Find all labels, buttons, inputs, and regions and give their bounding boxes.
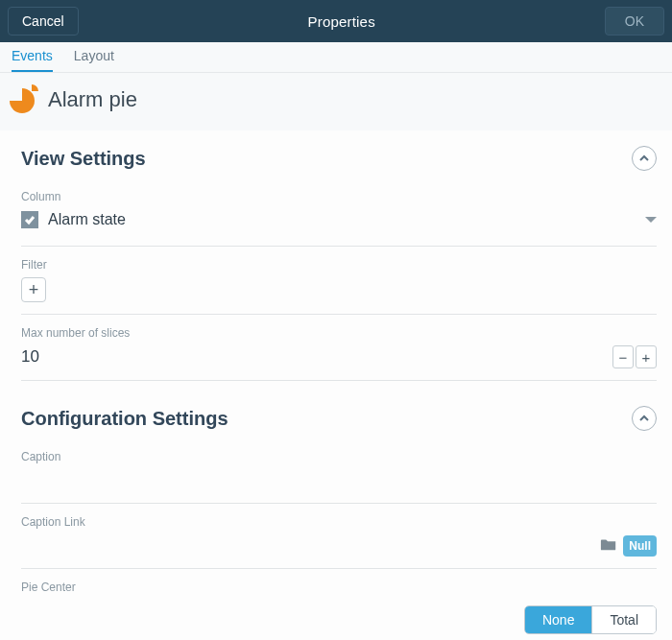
collapse-config-settings[interactable]: [632, 406, 657, 431]
field-caption: Caption: [21, 446, 657, 504]
caption-input[interactable]: [21, 469, 657, 491]
properties-scroll[interactable]: View Settings Column Alarm state Filter …: [0, 130, 672, 640]
section-config-settings: Configuration Settings: [21, 389, 657, 446]
checkbox-icon: [21, 211, 38, 228]
cancel-button[interactable]: Cancel: [8, 7, 79, 36]
section-title: Configuration Settings: [21, 408, 228, 430]
pie-center-none[interactable]: None: [525, 606, 591, 633]
field-caption-link: Caption Link Null: [21, 511, 657, 569]
field-filter: Filter +: [21, 254, 657, 315]
null-button[interactable]: Null: [623, 535, 657, 557]
section-view-settings: View Settings: [21, 140, 657, 186]
ok-button[interactable]: OK: [605, 7, 664, 36]
chevron-down-icon: [645, 217, 657, 223]
collapse-view-settings[interactable]: [632, 146, 657, 171]
add-filter-button[interactable]: +: [21, 277, 46, 302]
caption-link-label: Caption Link: [21, 515, 657, 529]
widget-header: Alarm pie: [0, 73, 672, 130]
section-title: View Settings: [21, 148, 146, 170]
column-value: Alarm state: [48, 211, 636, 228]
folder-icon[interactable]: [600, 536, 617, 556]
pie-center-label: Pie Center: [21, 581, 657, 594]
filter-label: Filter: [21, 258, 657, 272]
chevron-up-icon: [638, 413, 650, 424]
column-select[interactable]: Alarm state: [21, 209, 657, 234]
column-label: Column: [21, 190, 657, 203]
tab-layout[interactable]: Layout: [74, 42, 114, 72]
max-slices-label: Max number of slices: [21, 326, 657, 340]
field-pie-center: Pie Center None Total: [21, 577, 657, 640]
pie-center-total[interactable]: Total: [591, 606, 656, 633]
field-column: Column Alarm state: [21, 186, 657, 247]
title-bar: Cancel Properties OK: [0, 0, 672, 42]
pie-center-segmented: None Total: [524, 605, 657, 634]
caption-label: Caption: [21, 450, 657, 463]
tab-bar: Events Layout: [0, 42, 672, 73]
chevron-up-icon: [638, 153, 650, 164]
caption-link-input[interactable]: [21, 534, 594, 557]
pie-chart-icon: [10, 86, 36, 113]
increment-button[interactable]: +: [636, 345, 657, 368]
decrement-button[interactable]: −: [612, 345, 634, 368]
field-max-slices: Max number of slices 10 − +: [21, 322, 657, 381]
dialog-title: Properties: [79, 13, 605, 30]
widget-name: Alarm pie: [48, 87, 137, 112]
max-slices-value: 10: [21, 347, 612, 367]
tab-events[interactable]: Events: [12, 42, 53, 72]
max-slices-stepper: − +: [612, 345, 657, 368]
